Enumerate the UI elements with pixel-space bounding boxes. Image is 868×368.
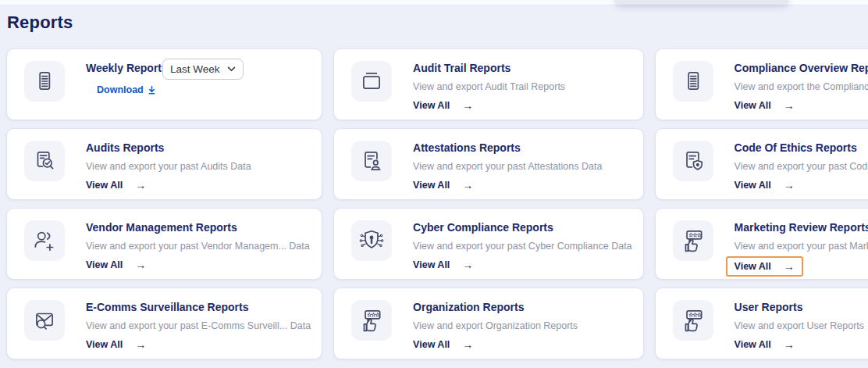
- card-title: Code Of Ethics Reports: [735, 141, 868, 154]
- report-card-vendor-management: Vendor Management Reports View and expor…: [6, 208, 322, 280]
- card-description: View and export your past Vendor Managem…: [86, 241, 310, 252]
- card-description: View and export your past E-Comms Survei…: [86, 320, 311, 331]
- chevron-down-icon: [227, 66, 236, 72]
- card-description: View and export the Compliance Overview …: [735, 81, 868, 92]
- report-card-compliance-overview: Compliance Overview Report View and expo…: [655, 48, 868, 120]
- card-title: User Reports: [735, 301, 865, 313]
- report-card-user: User Reports View and export User Report…: [655, 288, 868, 359]
- weekly-period-value: Last Week: [170, 63, 220, 75]
- card-description: View and export your past Audits Data: [86, 161, 251, 172]
- view-all-link[interactable]: View All →: [86, 339, 146, 350]
- arrow-right-icon: →: [784, 341, 795, 348]
- arrow-right-icon: →: [135, 341, 146, 348]
- review-thumbs-up-icon: [680, 307, 706, 334]
- download-link[interactable]: Download: [97, 84, 157, 95]
- card-description: View and export Organization Reports: [413, 320, 578, 331]
- arrow-right-icon: →: [135, 261, 146, 269]
- view-all-link[interactable]: View All →: [86, 180, 146, 191]
- view-all-link[interactable]: View All →: [86, 259, 146, 270]
- top-bar: [0, 0, 868, 5]
- view-all-link[interactable]: View All →: [413, 180, 473, 191]
- report-card-weekly: Weekly Reports Download Last Week: [6, 48, 322, 120]
- card-title: Weekly Reports: [86, 62, 168, 74]
- arrow-right-icon: →: [784, 102, 795, 109]
- report-card-ecomms-surveillance: E-Comms Surveillance Reports View and ex…: [6, 288, 322, 359]
- archive-tray-icon: [358, 68, 385, 95]
- card-title: Attestations Reports: [413, 141, 602, 154]
- view-all-link[interactable]: View All →: [413, 339, 473, 350]
- report-card-cyber-compliance: Cyber Compliance Reports View and export…: [333, 208, 643, 280]
- report-card-attestations: Attestations Reports View and export you…: [333, 128, 643, 200]
- weekly-period-select[interactable]: Last Week: [162, 59, 244, 80]
- card-description: View and export Audit Trail Reports: [413, 81, 565, 92]
- reports-grid: Weekly Reports Download Last Week Audit …: [6, 48, 862, 359]
- arrow-right-icon: →: [462, 341, 473, 348]
- card-description: View and export User Reports: [735, 320, 865, 331]
- report-card-organization: Organization Reports View and export Org…: [333, 288, 643, 359]
- document-shield-icon: [680, 148, 706, 174]
- page-title: Reports: [7, 13, 73, 33]
- card-title: Audit Trail Reports: [413, 62, 565, 74]
- view-all-link[interactable]: View All →: [413, 100, 473, 111]
- view-all-highlight-box: View All →: [726, 256, 803, 277]
- top-toast-edge: [615, 0, 788, 5]
- card-description: View and export your past Cyber Complian…: [413, 241, 631, 252]
- view-all-link[interactable]: View All →: [735, 100, 795, 111]
- arrow-right-icon: →: [784, 263, 795, 270]
- arrow-right-icon: →: [462, 261, 473, 269]
- report-card-code-of-ethics: Code Of Ethics Reports View and export y…: [655, 128, 868, 200]
- card-title: Organization Reports: [413, 301, 578, 313]
- card-title: E-Comms Surveillance Reports: [86, 301, 311, 313]
- report-card-marketing-review: Marketing Review Reports View and export…: [655, 208, 868, 280]
- card-description: View and export your past Marketing Revi…: [735, 241, 868, 252]
- arrow-right-icon: →: [462, 181, 473, 189]
- view-all-link[interactable]: View All →: [413, 259, 473, 270]
- view-all-link[interactable]: View All →: [735, 339, 795, 350]
- card-description: View and export your past Attestations D…: [413, 161, 602, 172]
- report-card-audits: Audits Reports View and export your past…: [6, 128, 322, 200]
- card-title: Audits Reports: [86, 141, 251, 154]
- download-label: Download: [97, 84, 144, 95]
- arrow-right-icon: →: [462, 102, 473, 109]
- document-icon: [31, 68, 58, 95]
- add-user-icon: [31, 227, 58, 254]
- cyber-shield-keyhole-icon: [358, 227, 385, 254]
- card-title: Vendor Management Reports: [86, 221, 310, 234]
- review-thumbs-up-icon: [358, 307, 385, 334]
- arrow-right-icon: →: [784, 181, 795, 189]
- card-description: View and export your past Code Of Ethics…: [735, 161, 868, 172]
- email-search-icon: [31, 307, 58, 334]
- document-icon: [680, 68, 706, 95]
- audit-search-check-icon: [31, 148, 58, 174]
- view-all-link[interactable]: View All →: [735, 180, 795, 191]
- card-title: Cyber Compliance Reports: [413, 221, 631, 234]
- review-thumbs-up-icon: [680, 227, 706, 254]
- attestation-person-document-icon: [358, 148, 385, 174]
- download-icon: [147, 85, 157, 95]
- view-all-link[interactable]: View All →: [735, 261, 795, 272]
- card-title: Compliance Overview Report: [735, 62, 868, 74]
- report-card-audit-trail: Audit Trail Reports View and export Audi…: [333, 48, 643, 120]
- arrow-right-icon: →: [135, 181, 146, 189]
- card-title: Marketing Review Reports: [735, 221, 868, 234]
